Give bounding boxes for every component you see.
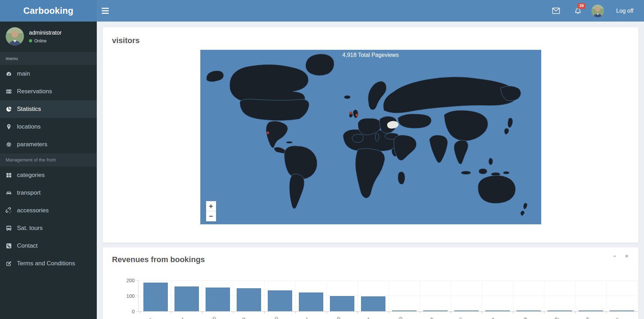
revenue-bar-chart: 200 100 0 …o…er…50…O…00…er…00…tz…50…ss…S… — [103, 247, 638, 319]
logoff-button[interactable]: Log off — [609, 8, 638, 14]
app-logo[interactable]: Carbooking — [0, 0, 97, 22]
map-marker-california[interactable] — [266, 131, 269, 134]
chart-plot-area — [140, 280, 637, 311]
sidebar-menu: menu main Reservations Statistics locati… — [0, 52, 97, 272]
sidebar-item-transport[interactable]: transport — [0, 184, 97, 202]
bar-cell — [358, 280, 389, 311]
x-tick-label: …00 — [264, 313, 295, 319]
bar[interactable] — [330, 296, 354, 311]
bar[interactable] — [610, 311, 634, 311]
map-marker-uk-south[interactable] — [355, 114, 358, 117]
pie-chart-icon — [6, 106, 12, 112]
sidebar-item-locations[interactable]: locations — [0, 118, 97, 136]
sidebar-item-categories[interactable]: categories — [0, 166, 97, 184]
messages-button[interactable] — [548, 0, 565, 22]
x-tick-label: …S — [451, 313, 482, 319]
bar-cell — [575, 280, 606, 311]
bar[interactable] — [548, 311, 572, 311]
menu-section-header: Management of the front — [0, 153, 97, 166]
bar-cell — [295, 280, 326, 311]
chain-broken-icon — [6, 207, 12, 214]
y-tick: 0 — [120, 309, 135, 314]
map-zoom-out-button[interactable]: − — [206, 211, 216, 221]
x-axis-line — [138, 311, 638, 312]
visitors-panel-title: visitors — [103, 27, 638, 45]
sidebar-item-terms[interactable]: Terms and Conditions — [0, 255, 97, 272]
sidebar-item-main[interactable]: main — [0, 65, 97, 83]
x-tick-label: …is — [606, 313, 637, 319]
user-status[interactable]: Online — [29, 39, 61, 43]
sidebar-item-accessories[interactable]: accessories — [0, 202, 97, 219]
bar-cell — [389, 280, 420, 311]
bus-icon — [6, 225, 12, 231]
bar-cell — [202, 280, 233, 311]
x-tick-label: …50 — [202, 313, 233, 319]
x-tick-label: …O — [233, 313, 264, 319]
server-icon — [6, 88, 12, 95]
y-tick: 200 — [120, 278, 135, 283]
car-icon — [6, 190, 12, 196]
x-tick-label: …er — [295, 313, 326, 319]
gear-icon — [6, 141, 12, 148]
x-tick-label: …tz — [358, 313, 389, 319]
notification-count-badge: 39 — [578, 3, 585, 9]
bar[interactable] — [206, 288, 230, 311]
user-avatar — [6, 27, 24, 46]
user-name: administrator — [29, 30, 61, 36]
top-navbar: 39 Log off — [97, 0, 644, 22]
sidebar-item-parameters[interactable]: parameters — [0, 136, 97, 153]
map-marker-ireland[interactable] — [349, 112, 352, 114]
x-tick-label: …00 — [326, 313, 358, 319]
notifications-button[interactable]: 39 — [569, 0, 586, 22]
bar-cell — [326, 280, 358, 311]
sidebar-toggle-button[interactable] — [102, 0, 118, 22]
x-tick-label: …ia — [482, 313, 513, 319]
x-tick-label: …50 — [389, 313, 420, 319]
user-info: administrator Online — [29, 30, 61, 43]
navbar-avatar[interactable] — [591, 5, 604, 17]
bar-cell — [140, 280, 171, 311]
sidebar-item-statistics[interactable]: Statistics — [0, 100, 97, 118]
envelope-icon — [552, 7, 560, 14]
bar[interactable] — [143, 283, 168, 311]
bar[interactable] — [516, 311, 541, 311]
x-tick-label: …er — [171, 313, 202, 319]
map-zoom-controls: + − — [206, 201, 216, 221]
sidebar-item-reservations[interactable]: Reservations — [0, 83, 97, 100]
x-tick-label: …o — [140, 313, 171, 319]
map-zoom-in-button[interactable]: + — [206, 201, 216, 211]
user-panel: administrator Online — [0, 22, 97, 52]
bar-cell — [544, 280, 575, 311]
bar[interactable] — [268, 290, 292, 311]
bar[interactable] — [579, 311, 603, 311]
y-axis-line — [138, 280, 138, 311]
revenue-panel: Revenues from bookings − × 200 100 0 …o…… — [102, 247, 639, 319]
x-tick-label: …ne — [575, 313, 606, 319]
bar[interactable] — [299, 293, 323, 311]
y-tick: 100 — [120, 293, 135, 299]
sidebar-item-sat-tours[interactable]: Sat. tours — [0, 219, 97, 237]
world-map[interactable]: 4,918 Total Pageviews — [200, 50, 541, 224]
bar-cell — [451, 280, 482, 311]
phone-square-icon — [6, 243, 12, 249]
sidebar-item-contact[interactable]: Contact — [0, 237, 97, 255]
bar[interactable] — [175, 286, 199, 311]
bar-cell — [513, 280, 544, 311]
x-tick-label: …ML — [544, 313, 575, 319]
bar[interactable] — [485, 311, 510, 311]
chart-x-labels: …o…er…50…O…00…er…00…tz…50…ss…S…ia…ca…ML…… — [140, 313, 637, 319]
bar-cell — [482, 280, 513, 311]
bar[interactable] — [237, 288, 261, 311]
bar-cell — [264, 280, 295, 311]
online-status-icon — [29, 39, 32, 42]
bar-cell — [420, 280, 451, 311]
bar-cell — [606, 280, 637, 311]
bar[interactable] — [423, 311, 448, 311]
x-tick-label: …ss — [420, 313, 451, 319]
bar[interactable] — [392, 311, 416, 311]
grid-icon — [6, 172, 12, 178]
bar[interactable] — [454, 311, 479, 311]
pencil-square-icon — [6, 260, 12, 267]
bar[interactable] — [361, 296, 385, 311]
content-area: visitors 4,918 Total Pageviews — [97, 22, 644, 319]
